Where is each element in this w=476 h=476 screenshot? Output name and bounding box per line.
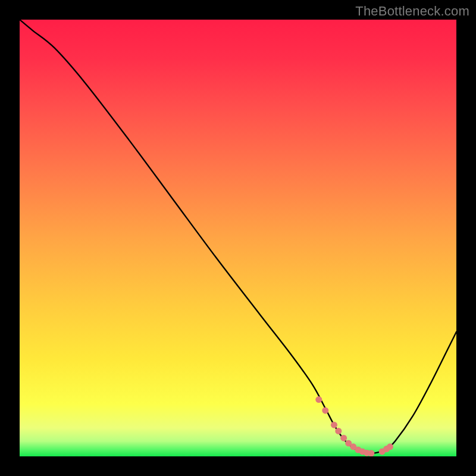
marker-dot [387,443,393,450]
curve-layer [20,20,456,456]
marker-dot [322,407,328,414]
chart-frame: TheBottleneck.com [0,0,476,476]
highlight-dots [315,396,393,456]
marker-dot [368,450,374,456]
marker-dot [315,396,322,403]
marker-dot [335,428,342,434]
watermark-text: TheBottleneck.com [355,4,469,19]
marker-dot [340,435,347,441]
plot-area [20,20,456,456]
bottleneck-curve [20,20,456,453]
marker-dot [331,422,337,428]
